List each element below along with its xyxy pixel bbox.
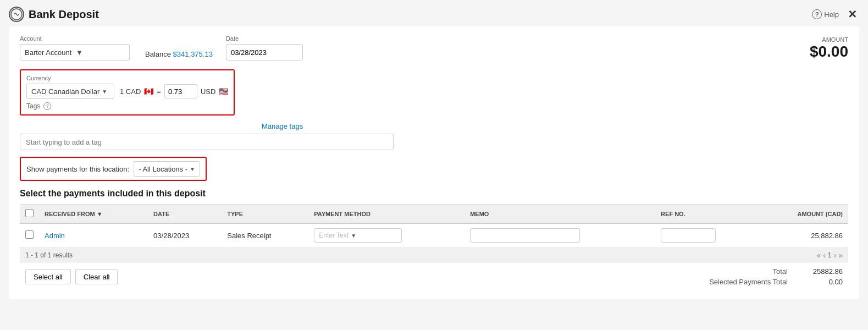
date-label: Date bbox=[226, 35, 303, 42]
received-from-link[interactable]: Admin bbox=[45, 232, 65, 240]
tags-row: Tags ? bbox=[26, 102, 228, 110]
total-row: Total 25882.86 bbox=[773, 267, 843, 276]
total-label: Total bbox=[773, 267, 788, 276]
balance-display: Balance $341,375.13 bbox=[145, 50, 213, 58]
col-memo: MEMO bbox=[465, 205, 655, 224]
amount-value: $0.00 bbox=[810, 43, 848, 61]
date-field-group: Date bbox=[226, 35, 303, 61]
currency-label: Currency bbox=[26, 75, 228, 81]
bottom-buttons: Select all Clear all bbox=[25, 269, 118, 284]
results-count: 1 - 1 of 1 results bbox=[25, 251, 73, 259]
balance-field-group: Balance $341,375.13 bbox=[143, 50, 213, 61]
date-input[interactable] bbox=[226, 44, 303, 61]
total-value: 25882.86 bbox=[799, 267, 843, 276]
row-ref-cell bbox=[655, 223, 759, 248]
memo-input[interactable] bbox=[470, 228, 580, 243]
currency-select[interactable]: CAD Canadian Dollar ▼ bbox=[26, 84, 114, 99]
pagination: « ‹ 1 › » bbox=[816, 251, 843, 260]
totals-section: Total 25882.86 Selected Payments Total 0… bbox=[709, 267, 843, 286]
rate-suffix: USD bbox=[201, 87, 215, 96]
selected-payments-row: Selected Payments Total 0.00 bbox=[709, 278, 843, 286]
payment-method-chevron-icon: ▼ bbox=[351, 233, 356, 239]
app-icon bbox=[9, 7, 24, 22]
select-all-checkbox[interactable] bbox=[25, 209, 34, 217]
location-select[interactable]: - All Locations - ▼ bbox=[134, 161, 200, 177]
col-ref-no: REF NO. bbox=[655, 205, 759, 224]
amount-label: AMOUNT bbox=[810, 36, 848, 43]
ref-input[interactable] bbox=[661, 228, 716, 243]
clear-all-button[interactable]: Clear all bbox=[75, 269, 118, 284]
currency-row: CAD Canadian Dollar ▼ 1 CAD 🇨🇦 = USD 🇺🇸 bbox=[26, 84, 228, 99]
amount-section: AMOUNT $0.00 bbox=[810, 36, 848, 61]
tag-input-row bbox=[20, 134, 848, 150]
row-memo-cell bbox=[465, 223, 655, 248]
col-amount: AMOUNT (CAD) bbox=[759, 205, 848, 224]
payments-table: RECEIVED FROM ▼ DATE TYPE PAYMENT METHOD… bbox=[20, 204, 848, 248]
selected-payments-label: Selected Payments Total bbox=[709, 278, 788, 286]
rate-input[interactable] bbox=[164, 84, 197, 98]
currency-value: CAD Canadian Dollar bbox=[31, 87, 99, 96]
equals-sign: = bbox=[157, 87, 161, 96]
close-button[interactable]: ✕ bbox=[848, 8, 857, 21]
selected-payments-value: 0.00 bbox=[799, 278, 843, 286]
flag-us-icon: 🇺🇸 bbox=[219, 87, 228, 96]
currency-section: Currency CAD Canadian Dollar ▼ 1 CAD 🇨🇦 … bbox=[20, 69, 235, 116]
row-checkbox-cell bbox=[20, 223, 39, 248]
pagination-last[interactable]: » bbox=[838, 251, 843, 260]
account-select[interactable]: Barter Account ▼ bbox=[20, 44, 130, 61]
bottom-bar: Select all Clear all Total 25882.86 Sele… bbox=[20, 263, 848, 290]
manage-tags-row: Manage tags bbox=[20, 122, 848, 130]
page-title: Bank Deposit bbox=[29, 8, 99, 21]
payment-method-select[interactable]: Enter Text ▼ bbox=[314, 228, 402, 243]
row-date: 03/28/2023 bbox=[148, 223, 222, 248]
row-amount: 25,882.86 bbox=[759, 223, 848, 248]
col-date: DATE bbox=[148, 205, 222, 224]
pagination-next[interactable]: › bbox=[834, 251, 837, 260]
payment-method-placeholder: Enter Text bbox=[319, 232, 349, 239]
pagination-prev[interactable]: ‹ bbox=[823, 251, 826, 260]
col-received-from: RECEIVED FROM ▼ bbox=[39, 205, 148, 224]
header-left: Bank Deposit bbox=[9, 7, 99, 22]
account-value: Barter Account bbox=[25, 48, 74, 57]
exchange-rate: 1 CAD 🇨🇦 = USD 🇺🇸 bbox=[120, 84, 228, 98]
header-right: ? Help ✕ bbox=[812, 8, 857, 21]
table-header-row: RECEIVED FROM ▼ DATE TYPE PAYMENT METHOD… bbox=[20, 205, 848, 224]
pagination-current: 1 bbox=[828, 251, 832, 259]
rate-prefix: 1 CAD bbox=[120, 87, 141, 96]
account-date-row: Account Barter Account ▼ Balance $341,37… bbox=[20, 35, 848, 61]
currency-chevron-icon: ▼ bbox=[102, 89, 107, 95]
manage-tags-link[interactable]: Manage tags bbox=[262, 122, 303, 130]
flag-ca-icon: 🇨🇦 bbox=[144, 87, 153, 96]
col-payment-method: PAYMENT METHOD bbox=[308, 205, 465, 224]
content-area: Account Barter Account ▼ Balance $341,37… bbox=[9, 26, 859, 299]
help-button[interactable]: ? Help bbox=[812, 9, 839, 19]
payments-section-heading: Select the payments included in this dep… bbox=[20, 189, 848, 199]
account-chevron-icon: ▼ bbox=[76, 48, 125, 57]
header: Bank Deposit ? Help ✕ bbox=[0, 0, 868, 26]
location-label: Show payments for this location: bbox=[26, 165, 129, 173]
help-icon: ? bbox=[812, 9, 822, 19]
account-label: Account bbox=[20, 35, 130, 42]
tags-help-icon: ? bbox=[43, 102, 51, 110]
location-value: - All Locations - bbox=[139, 165, 187, 173]
location-chevron-icon: ▼ bbox=[190, 166, 195, 172]
col-type: TYPE bbox=[222, 205, 308, 224]
location-section: Show payments for this location: - All L… bbox=[20, 157, 207, 181]
tags-label: Tags bbox=[26, 102, 40, 110]
pagination-first[interactable]: « bbox=[816, 251, 821, 260]
row-payment-method-cell: Enter Text ▼ bbox=[308, 223, 465, 248]
header-checkbox-cell bbox=[20, 205, 39, 224]
row-received-from: Admin bbox=[39, 223, 148, 248]
select-all-button[interactable]: Select all bbox=[25, 269, 71, 284]
help-label: Help bbox=[824, 10, 839, 19]
balance-amount: $341,375.13 bbox=[173, 50, 213, 58]
row-type: Sales Receipt bbox=[222, 223, 308, 248]
results-row: 1 - 1 of 1 results « ‹ 1 › » bbox=[20, 248, 848, 263]
row-checkbox[interactable] bbox=[25, 230, 34, 239]
main-container: Bank Deposit ? Help ✕ Account Barter Acc… bbox=[0, 0, 868, 330]
account-field-group: Account Barter Account ▼ bbox=[20, 35, 130, 61]
tag-input[interactable] bbox=[20, 134, 394, 150]
table-row: Admin 03/28/2023 Sales Receipt Enter Tex… bbox=[20, 223, 848, 248]
